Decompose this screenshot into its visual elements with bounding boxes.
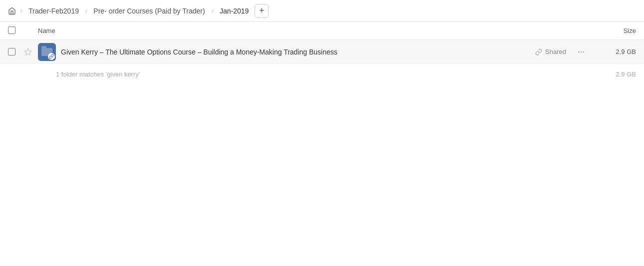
shared-badge: Shared bbox=[535, 48, 566, 56]
table-row: Given Kerry – The Ultimate Options Cours… bbox=[0, 40, 644, 64]
breadcrumb-item-1[interactable]: Pre- order Courses (Paid by Trader) bbox=[89, 5, 209, 17]
row-checkbox[interactable] bbox=[8, 48, 15, 56]
summary-text: 1 folder matches 'given kerry' bbox=[8, 70, 596, 78]
select-all-checkbox[interactable] bbox=[8, 26, 15, 34]
breadcrumb-separator-3: › bbox=[211, 6, 214, 16]
svg-point-2 bbox=[581, 52, 582, 52]
link-badge-icon bbox=[48, 53, 55, 60]
summary-row: 1 folder matches 'given kerry' 2.9 GB bbox=[0, 64, 644, 84]
breadcrumb-separator-2: › bbox=[85, 6, 87, 16]
breadcrumb-bar: › Trader-Feb2019 › Pre- order Courses (P… bbox=[0, 0, 644, 22]
home-button[interactable] bbox=[6, 5, 18, 17]
svg-marker-0 bbox=[24, 48, 31, 55]
breadcrumb-item-0[interactable]: Trader-Feb2019 bbox=[24, 5, 83, 17]
more-options-button[interactable] bbox=[574, 45, 588, 59]
summary-size: 2.9 GB bbox=[596, 70, 636, 78]
name-column-header[interactable]: Name bbox=[38, 27, 596, 34]
column-headers: Name Size bbox=[0, 22, 644, 40]
file-size: 2.9 GB bbox=[596, 48, 636, 56]
add-tab-button[interactable]: + bbox=[255, 4, 269, 18]
breadcrumb-separator-1: › bbox=[20, 6, 22, 16]
size-column-header: Size bbox=[596, 27, 636, 34]
folder-icon bbox=[38, 43, 56, 61]
row-checkbox-col bbox=[8, 48, 24, 56]
select-all-checkbox-col bbox=[8, 26, 24, 36]
svg-point-3 bbox=[583, 52, 584, 52]
breadcrumb-item-2[interactable]: Jan-2019 bbox=[216, 5, 253, 17]
shared-label: Shared bbox=[545, 48, 566, 56]
star-button[interactable] bbox=[24, 48, 38, 56]
svg-point-1 bbox=[578, 52, 579, 52]
file-name[interactable]: Given Kerry – The Ultimate Options Cours… bbox=[61, 48, 535, 56]
